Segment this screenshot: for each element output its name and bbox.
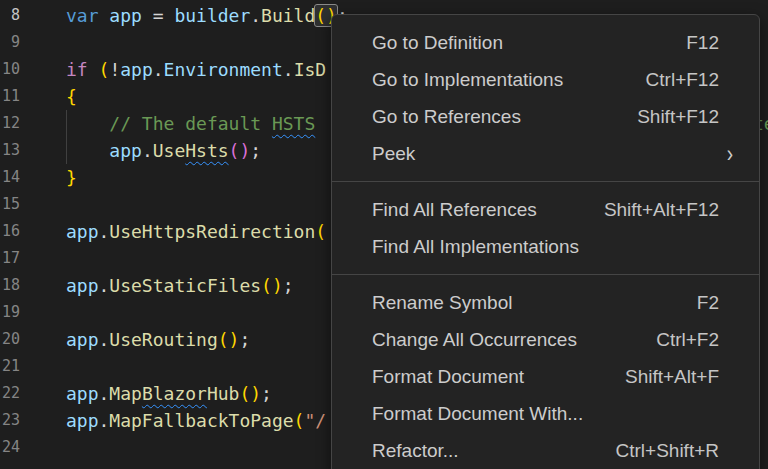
code-text: app.UseHttpsRedirection( bbox=[66, 218, 326, 245]
menu-item-rename-symbol[interactable]: Rename SymbolF2 bbox=[332, 284, 759, 321]
menu-item-label: Peek bbox=[372, 143, 415, 165]
menu-item-label: Go to Definition bbox=[372, 32, 503, 54]
token: UseRouting bbox=[109, 329, 217, 350]
line-number[interactable]: 18 bbox=[0, 272, 20, 299]
token: . bbox=[283, 59, 294, 80]
menu-item-change-all-occurrences[interactable]: Change All OccurrencesCtrl+F2 bbox=[332, 321, 759, 358]
token: . bbox=[153, 59, 164, 80]
line-number[interactable]: 15 bbox=[0, 191, 20, 218]
code-text: app.UseRouting(); bbox=[66, 326, 250, 353]
menu-item-label: Go to References bbox=[372, 106, 521, 128]
menu-item-label: Find All Implementations bbox=[372, 236, 579, 258]
menu-item-peek[interactable]: Peek› bbox=[332, 135, 759, 172]
token: app bbox=[66, 275, 99, 296]
token bbox=[66, 140, 109, 161]
menu-item-label: Change All Occurrences bbox=[372, 329, 577, 351]
token: . bbox=[99, 275, 110, 296]
menu-item-shortcut: Ctrl+Shift+R bbox=[616, 440, 719, 462]
line-number[interactable]: 17 bbox=[0, 245, 20, 272]
menu-item-find-all-references[interactable]: Find All ReferencesShift+Alt+F12 bbox=[332, 191, 759, 228]
line-number[interactable]: 20 bbox=[0, 326, 20, 353]
token: "/ bbox=[304, 410, 326, 431]
line-number[interactable]: 10 bbox=[0, 56, 20, 83]
line-number[interactable]: 21 bbox=[0, 353, 20, 380]
token: ( bbox=[315, 221, 326, 242]
line-number[interactable]: 16 bbox=[0, 218, 20, 245]
submenu-arrow-icon: › bbox=[727, 140, 733, 168]
code-text: } bbox=[66, 164, 77, 191]
token: Hub bbox=[207, 383, 240, 404]
menu-item-label: Refactor... bbox=[372, 440, 459, 462]
token: ; bbox=[239, 329, 250, 350]
token: var bbox=[66, 5, 99, 26]
token: . bbox=[99, 221, 110, 242]
squiggle-token: Hsts bbox=[185, 140, 228, 161]
line-number[interactable]: 8 bbox=[0, 2, 20, 29]
token: app bbox=[66, 329, 99, 350]
token: () bbox=[239, 383, 261, 404]
token: UseStaticFiles bbox=[109, 275, 261, 296]
code-text: app.MapBlazorHub(); bbox=[66, 380, 272, 407]
line-number[interactable]: 12 bbox=[0, 110, 20, 137]
token: ! bbox=[109, 59, 120, 80]
squiggle-token: Blazor bbox=[142, 383, 207, 404]
token: Environment bbox=[164, 59, 283, 80]
menu-item-format-document[interactable]: Format DocumentShift+Alt+F bbox=[332, 358, 759, 395]
code-text: app.MapFallbackToPage("/ bbox=[66, 407, 326, 434]
menu-item-shortcut: F12 bbox=[686, 32, 719, 54]
line-number[interactable]: 11 bbox=[0, 83, 20, 110]
code-text: if (!app.Environment.IsD bbox=[66, 56, 326, 83]
menu-item-find-all-implementations[interactable]: Find All Implementations bbox=[332, 228, 759, 265]
token: ; bbox=[261, 383, 272, 404]
token: . bbox=[142, 140, 153, 161]
token: () bbox=[229, 140, 251, 161]
menu-separator bbox=[332, 181, 759, 182]
token: . bbox=[99, 383, 110, 404]
token: ; bbox=[250, 140, 261, 161]
menu-item-label: Rename Symbol bbox=[372, 292, 512, 314]
menu-item-shortcut: Ctrl+F2 bbox=[656, 329, 719, 351]
line-number[interactable]: 23 bbox=[0, 407, 20, 434]
code-text: var app = builder.Build(); bbox=[66, 2, 348, 29]
line-number[interactable]: 19 bbox=[0, 299, 20, 326]
squiggle-token: HSTS bbox=[272, 113, 315, 134]
token bbox=[88, 59, 99, 80]
menu-item-go-to-references[interactable]: Go to ReferencesShift+F12 bbox=[332, 98, 759, 135]
token: IsD bbox=[294, 59, 327, 80]
token: ; bbox=[283, 275, 294, 296]
token: app bbox=[109, 140, 142, 161]
menu-item-label: Format Document bbox=[372, 366, 524, 388]
line-number[interactable]: 14 bbox=[0, 164, 20, 191]
menu-item-label: Format Document With... bbox=[372, 403, 583, 425]
token: app bbox=[66, 383, 99, 404]
line-number[interactable]: 9 bbox=[0, 29, 20, 56]
token: . bbox=[250, 5, 261, 26]
line-number[interactable]: 24 bbox=[0, 434, 20, 461]
menu-item-go-to-implementations[interactable]: Go to ImplementationsCtrl+F12 bbox=[332, 61, 759, 98]
token: if bbox=[66, 59, 88, 80]
code-text: app.UseStaticFiles(); bbox=[66, 272, 294, 299]
code-text: // The default HSTS bbox=[66, 110, 315, 137]
token: () bbox=[218, 329, 240, 350]
menu-item-shortcut: F2 bbox=[697, 292, 719, 314]
menu-item-shortcut: Shift+Alt+F12 bbox=[604, 199, 719, 221]
line-number[interactable]: 13 bbox=[0, 137, 20, 164]
menu-item-label: Find All References bbox=[372, 199, 537, 221]
token: . bbox=[99, 410, 110, 431]
token: Use bbox=[153, 140, 186, 161]
menu-item-shortcut: Ctrl+F12 bbox=[646, 69, 719, 91]
token: MapFallbackToPage bbox=[109, 410, 293, 431]
token: () bbox=[261, 275, 283, 296]
menu-item-shortcut: Shift+Alt+F bbox=[625, 366, 719, 388]
menu-item-format-document-with[interactable]: Format Document With... bbox=[332, 395, 759, 432]
menu-item-shortcut: Shift+F12 bbox=[637, 106, 719, 128]
token: Map bbox=[109, 383, 142, 404]
token: app bbox=[109, 5, 142, 26]
token: ( bbox=[294, 410, 305, 431]
token: { bbox=[66, 86, 77, 107]
line-number[interactable]: 22 bbox=[0, 380, 20, 407]
token: UseHttpsRedirection bbox=[109, 221, 315, 242]
menu-item-go-to-definition[interactable]: Go to DefinitionF12 bbox=[332, 24, 759, 61]
token: Build bbox=[261, 5, 315, 26]
menu-item-refactor[interactable]: Refactor...Ctrl+Shift+R bbox=[332, 432, 759, 469]
